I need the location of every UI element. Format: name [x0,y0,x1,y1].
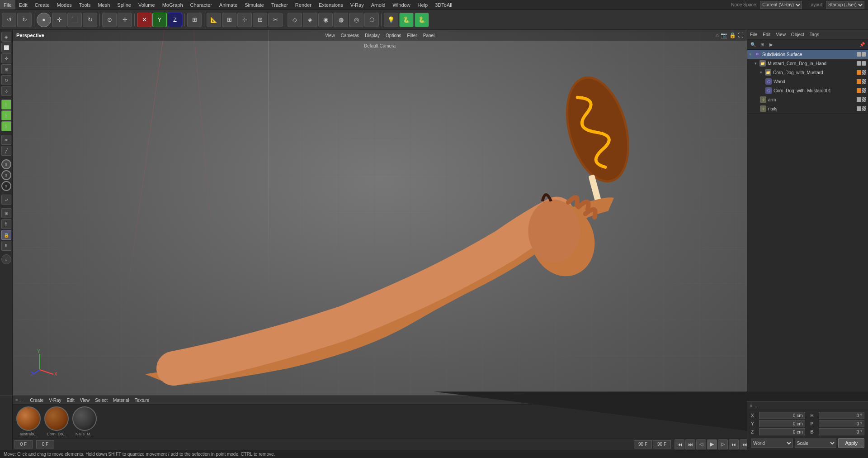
move-mode-button[interactable]: ✛ [52,13,66,27]
reset-button[interactable]: ⊙ [102,13,117,27]
x-axis-button[interactable]: ✕ [137,13,151,27]
menu-help[interactable]: Help [414,0,432,10]
vp-lock-icon[interactable]: 🔒 [729,32,736,38]
menu-mesh[interactable]: Mesh [94,0,113,10]
subdiv-collapse-icon[interactable]: ▾ [749,52,751,57]
mat-menu-view[interactable]: View [80,398,90,403]
coords-dots-icon[interactable]: … [755,403,759,408]
objmgr-tags[interactable]: Tags [810,32,819,37]
scale-button[interactable]: ⊞ [1,64,11,74]
quantize-button[interactable]: ⊞ [222,13,236,27]
menu-edit[interactable]: Edit [15,0,31,10]
menu-arnold[interactable]: Arnold [368,0,389,10]
x-input[interactable] [759,412,805,419]
mat-menu-texture[interactable]: Texture [135,398,150,403]
python-button[interactable]: 🐍 [399,13,414,27]
transform-button[interactable]: ⊹ [1,86,11,96]
new-obj-button[interactable]: ✛ [118,13,132,27]
current-frame-input[interactable] [36,440,54,448]
twist-button[interactable]: ⤾ [1,195,11,205]
menu-character[interactable]: Character [187,0,216,10]
material-swatch-australo[interactable] [16,406,41,431]
apply-button[interactable]: Apply [838,438,864,448]
vp-maximize-icon[interactable]: ⛶ [738,32,743,38]
model-mode-button[interactable]: ● [37,13,51,27]
vp-menu-filter[interactable]: Filter [405,32,420,39]
mat-menu-select[interactable]: Select [95,398,108,403]
mat-menu-material[interactable]: Material [113,398,129,403]
vp-menu-view[interactable]: View [322,32,338,39]
vp-home-icon[interactable]: ⌂ [716,32,719,38]
grow-button[interactable]: ◎ [349,13,363,27]
rotate-mode-button[interactable]: ↻ [83,13,97,27]
python2-button[interactable]: 🐍 [415,13,429,27]
spline-button[interactable]: S [1,100,11,110]
material-item-nails[interactable]: Nails_M... [72,406,97,436]
dollar2-button[interactable]: $ [1,170,11,180]
next-key-button[interactable]: ⏭ [729,439,739,449]
lock-button[interactable]: 🔒 [1,230,11,240]
layout-select[interactable]: Startup (User) [826,1,864,9]
tree-item-subdiv[interactable]: ▾ ⧉ Subdivision Surface [747,50,868,59]
mat-collapse-icon[interactable]: ≡ … [15,398,23,402]
end-frame-input2[interactable] [653,440,671,448]
menu-extensions[interactable]: Extensions [315,0,347,10]
menu-vray[interactable]: V-Ray [347,0,368,10]
viewport-area[interactable]: Perspective View Cameras Display Options… [13,30,747,404]
brush-button[interactable]: ◈ [303,13,317,27]
tree-item-wand[interactable]: ⬠ Wand [747,77,868,86]
dollar1-button[interactable]: $ [1,159,11,169]
undo-button[interactable]: ↺ [2,13,16,27]
objmgr-file[interactable]: File [750,32,757,37]
mat-menu-edit[interactable]: Edit [67,398,75,403]
material-swatch-corndog[interactable] [44,406,69,431]
pen-tool-button[interactable]: ✒ [1,135,11,145]
material-item-australo[interactable]: australo... [16,406,41,436]
y-input[interactable] [759,420,805,427]
world-dropdown[interactable]: World [751,439,793,448]
cursor-button[interactable]: ⊹ [237,13,252,27]
menu-tracker[interactable]: Tracker [268,0,292,10]
nodespace-select[interactable]: Current (V-Ray) [760,1,802,9]
ring-button[interactable]: ○ [1,254,11,264]
vp-menu-display[interactable]: Display [362,32,382,39]
menu-volume[interactable]: Volume [135,0,159,10]
vp-menu-panel[interactable]: Panel [420,32,438,39]
tree-item-corn-dog[interactable]: ▾ 📁 Corn_Dog_with_Mustard [747,68,868,77]
objmgr-filter[interactable]: ⊞ [758,41,766,49]
y-axis-button[interactable]: Y [152,13,167,27]
light-button[interactable]: 💡 [384,13,398,27]
z-axis-button[interactable]: Z [168,13,182,27]
viewport[interactable]: Perspective View Cameras Display Options… [13,30,747,404]
objmgr-edit[interactable]: Edit [763,32,770,37]
material-swatch-nails[interactable] [72,406,97,431]
rect-sel-button[interactable]: ⬜ [1,43,11,52]
line-tool-button[interactable]: ╱ [1,146,11,156]
center-button[interactable]: ⊞ [253,13,267,27]
grid-button[interactable]: ⊞ [1,208,11,218]
material-item-corndog[interactable]: Corn_Do... [44,406,69,436]
mustard-hand-collapse-icon[interactable]: ▾ [755,61,757,66]
spline2-button[interactable]: S [1,110,11,120]
dots-button[interactable]: ⠿ [1,219,11,229]
menu-simulate[interactable]: Simulate [241,0,268,10]
mat-menu-create[interactable]: Create [30,398,43,403]
rel-button[interactable]: ⬡ [364,13,379,27]
menu-create[interactable]: Create [31,0,53,10]
tree-item-nails[interactable]: ⊹ nails [747,104,868,113]
objmgr-pin[interactable]: 📌 [858,41,866,49]
menu-tools[interactable]: Tools [75,0,94,10]
objmgr-object[interactable]: Object [791,32,804,37]
dots2-button[interactable]: ⠿ [1,241,11,251]
menu-mograph[interactable]: MoGraph [159,0,187,10]
z-input[interactable] [759,428,805,435]
vp-camera-icon[interactable]: 📷 [721,32,727,38]
play-button[interactable]: ▶ [707,439,717,449]
next-frame-button[interactable]: ▷ [718,439,728,449]
prev-key-button[interactable]: ⏭ [685,439,695,449]
menu-window[interactable]: Window [389,0,414,10]
mat-menu-vray[interactable]: V-Ray [49,398,61,403]
spline3-button[interactable]: S [1,121,11,131]
coords-menu-icon[interactable]: ≡ [750,403,753,408]
menu-modes[interactable]: Modes [53,0,75,10]
